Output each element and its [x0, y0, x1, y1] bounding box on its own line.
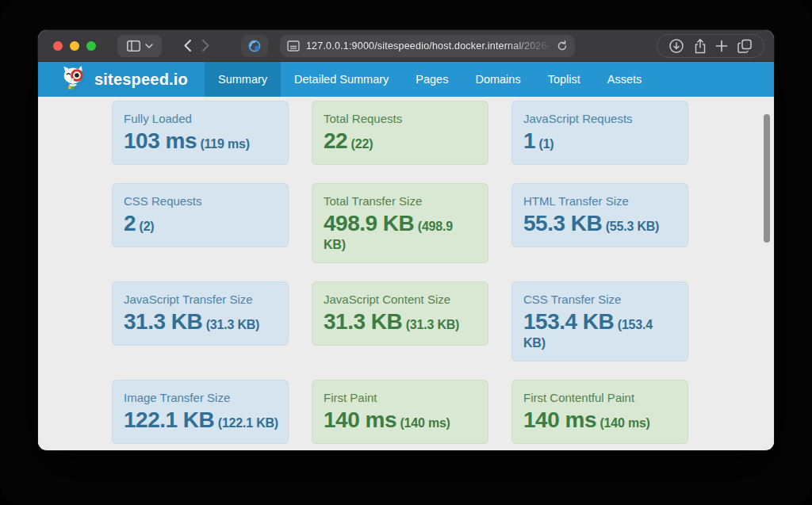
metric-card: Total Requests 22 (22): [312, 101, 488, 165]
metric-value-line: 122.1 KB (122.1 KB): [124, 407, 278, 434]
metric-value-line: 103 ms (119 ms): [124, 128, 278, 155]
metric-secondary-value: (31.3 KB): [206, 318, 260, 331]
tab-assets[interactable]: Assets: [594, 62, 656, 97]
metric-value-line: 498.9 KB (498.9 KB): [324, 210, 460, 253]
metric-card: Total Transfer Size 498.9 KB (498.9 KB): [312, 183, 488, 263]
metric-value-line: 55.3 KB (55.3 KB): [523, 210, 678, 237]
metric-card: JavaScript Requests 1 (1): [511, 101, 688, 165]
browser-window: 127.0.0.1:9000/sitespeedio/host.docker.i…: [38, 30, 774, 450]
metric-label: HTML Transfer Size: [523, 194, 678, 208]
metric-card: JavaScript Transfer Size 31.3 KB (31.3 K…: [112, 281, 289, 346]
metric-value-line: 31.3 KB (31.3 KB): [124, 308, 278, 335]
metric-value: 103 ms: [124, 128, 197, 153]
metric-value-line: 1 (1): [523, 128, 678, 155]
share-button[interactable]: [694, 39, 707, 54]
extension-button[interactable]: [241, 35, 268, 57]
traffic-lights: [53, 41, 96, 51]
desktop-background: 127.0.0.1:9000/sitespeedio/host.docker.i…: [0, 0, 812, 505]
chevron-down-icon: [145, 44, 153, 48]
toolbar-right-group: [657, 34, 764, 58]
metric-value-line: 140 ms (140 ms): [324, 407, 478, 434]
brand[interactable]: sitespeed.io: [38, 62, 205, 97]
brand-name: sitespeed.io: [94, 71, 188, 89]
tab-pages[interactable]: Pages: [402, 62, 462, 97]
metric-secondary-value: (140 ms): [599, 416, 649, 430]
metric-label: CSS Transfer Size: [523, 293, 678, 306]
metric-label: CSS Requests: [124, 194, 278, 208]
sitespeed-navbar: sitespeed.io SummaryDetailed SummaryPage…: [38, 62, 774, 97]
metric-value: 31.3 KB: [124, 309, 202, 334]
metric-label: Total Transfer Size: [324, 194, 478, 208]
metric-value: 153.4 KB: [523, 309, 614, 334]
tab-summary[interactable]: Summary: [205, 62, 281, 97]
minimize-window-button[interactable]: [70, 41, 79, 51]
metric-label: First Paint: [324, 391, 478, 404]
history-navigation: [171, 35, 222, 57]
metric-card: CSS Transfer Size 153.4 KB (153.4 KB): [511, 281, 688, 362]
tab-overview-button[interactable]: [737, 39, 753, 54]
metric-value: 122.1 KB: [124, 407, 214, 432]
metric-value-line: 22 (22): [324, 128, 478, 155]
metric-value-line: 153.4 KB (153.4 KB): [523, 308, 660, 351]
metrics-grid: Fully Loaded 103 ms (119 ms) Total Reque…: [112, 101, 774, 444]
metric-card: First Paint 140 ms (140 ms): [312, 380, 488, 444]
metric-label: Total Requests: [324, 112, 478, 125]
back-button[interactable]: [184, 40, 191, 52]
metric-secondary-value: (140 ms): [400, 416, 450, 430]
metric-card: HTML Transfer Size 55.3 KB (55.3 KB): [511, 183, 688, 247]
metric-card: CSS Requests 2 (2): [112, 183, 289, 247]
metric-label: JavaScript Content Size: [324, 293, 478, 306]
metric-value-line: 140 ms (140 ms): [523, 407, 678, 434]
metric-card: Fully Loaded 103 ms (119 ms): [112, 101, 289, 165]
tab-toplist[interactable]: Toplist: [534, 62, 594, 97]
sitespeed-logo-icon: [59, 65, 87, 94]
metric-value: 140 ms: [523, 407, 596, 432]
sidebar-icon: [127, 40, 140, 52]
metric-label: Image Transfer Size: [124, 391, 278, 404]
metric-secondary-value: (1): [539, 137, 554, 151]
extension-icon: [247, 39, 262, 53]
metric-value: 31.3 KB: [324, 309, 402, 334]
sidebar-toggle-button[interactable]: [117, 35, 162, 57]
metric-secondary-value: (22): [351, 137, 373, 151]
forward-button[interactable]: [202, 40, 209, 52]
metric-value: 2: [124, 211, 136, 235]
metric-secondary-value: (122.1 KB): [218, 416, 278, 430]
metric-secondary-value: (55.3 KB): [606, 220, 660, 233]
tab-detailed-summary[interactable]: Detailed Summary: [281, 62, 402, 97]
metric-value-line: 31.3 KB (31.3 KB): [324, 308, 478, 335]
browser-titlebar: 127.0.0.1:9000/sitespeedio/host.docker.i…: [38, 30, 774, 62]
downloads-button[interactable]: [668, 38, 684, 54]
metric-secondary-value: (119 ms): [200, 137, 249, 151]
scrollbar-thumb[interactable]: [764, 114, 770, 243]
metric-value: 498.9 KB: [324, 211, 414, 235]
metric-label: Fully Loaded: [124, 112, 278, 125]
metric-value: 140 ms: [324, 407, 396, 432]
metric-label: First Contentful Paint: [523, 391, 678, 404]
metric-label: JavaScript Requests: [523, 112, 678, 125]
metric-value: 22: [324, 128, 347, 153]
url-text: 127.0.0.1:9000/sitespeedio/host.docker.i…: [300, 40, 557, 52]
metric-card: First Contentful Paint 140 ms (140 ms): [511, 380, 688, 444]
nav-tabs: SummaryDetailed SummaryPagesDomainsTopli…: [205, 62, 655, 97]
address-bar[interactable]: 127.0.0.1:9000/sitespeedio/host.docker.i…: [280, 35, 575, 57]
summary-page: Fully Loaded 103 ms (119 ms) Total Reque…: [38, 97, 774, 450]
metric-secondary-value: (31.3 KB): [406, 318, 460, 331]
close-window-button[interactable]: [53, 41, 63, 51]
metric-value-line: 2 (2): [124, 210, 278, 237]
metric-card: JavaScript Content Size 31.3 KB (31.3 KB…: [312, 281, 488, 346]
reload-icon[interactable]: [557, 40, 568, 52]
zoom-window-button[interactable]: [86, 41, 96, 51]
metric-value: 1: [523, 128, 535, 153]
metric-secondary-value: (2): [140, 220, 155, 233]
metric-value: 55.3 KB: [523, 211, 602, 235]
tab-domains[interactable]: Domains: [462, 62, 534, 97]
metric-label: JavaScript Transfer Size: [124, 293, 278, 306]
new-tab-button[interactable]: [715, 40, 728, 52]
metric-card: Image Transfer Size 122.1 KB (122.1 KB): [112, 380, 289, 444]
page-settings-icon[interactable]: [287, 40, 300, 52]
